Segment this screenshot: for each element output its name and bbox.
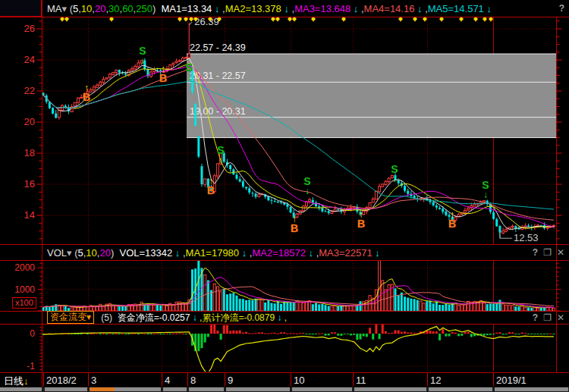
scrollbar-segment[interactable]: [45, 387, 87, 391]
price-tick-label: 26: [24, 23, 35, 34]
x-axis-month-label: 3: [91, 375, 96, 386]
scrollbar-segment[interactable]: [354, 387, 426, 391]
x-axis-month-label: 2019/1: [496, 375, 527, 386]
help-icon[interactable]: ?: [533, 248, 538, 257]
price-tick-label: 14: [24, 209, 35, 221]
scrollbar-segment[interactable]: [0, 387, 42, 391]
x-axis-month-label: 2018/2: [46, 375, 77, 386]
svg-text:B: B: [207, 184, 215, 196]
volume-tick-label: 1000: [14, 284, 35, 295]
help-icon[interactable]: ?: [533, 313, 538, 322]
scrollbar-segment[interactable]: [189, 387, 224, 391]
vol-values: (5,10,20) VOL=13342 ↓ ,MA1=17980 ↓ ,MA2=…: [72, 248, 380, 258]
chevron-down-icon: ↓: [24, 375, 29, 387]
volume-tick-label: 2000: [14, 262, 35, 273]
maximize-icon[interactable]: ❐: [543, 248, 552, 257]
ma-indicator-selector[interactable]: MA▾: [47, 4, 67, 14]
chart-canvas[interactable]: 22.57 - 24.3920.31 - 22.5719.00 - 20.312…: [0, 0, 569, 392]
horizontal-scrollbar[interactable]: [0, 387, 569, 392]
fundflow-tick-label: -1: [27, 361, 35, 372]
main-indicator-bar: MA▾ (5,10,20,30,60,250) MA1=13.34 ↓ ,MA2…: [0, 0, 569, 17]
fundflow-values: (5) 资金净流=-0.0257 ↓ ,累计净流=-0.0879 ↓ ,: [99, 313, 287, 322]
svg-text:↓: ↓: [187, 72, 191, 83]
price-tick-label: 24: [24, 54, 35, 65]
fundflow-indicator-bar: 资金流变▾ (5) 资金净流=-0.0257 ↓ ,累计净流=-0.0879 ↓…: [0, 310, 569, 325]
svg-text:↓: ↓: [483, 190, 488, 200]
x-axis-month-label: 9: [228, 375, 233, 386]
svg-text:B: B: [159, 72, 167, 84]
svg-text:↓: ↓: [218, 155, 223, 165]
band-label: 20.31 - 22.57: [190, 71, 246, 81]
high-price-label: 26.39: [194, 16, 219, 27]
svg-text:B: B: [448, 218, 456, 230]
help-icon[interactable]: ?: [559, 4, 564, 13]
fundflow-indicator-selector[interactable]: 资金流变▾: [47, 311, 94, 324]
corner-box: [0, 0, 42, 17]
close-icon[interactable]: ✕: [557, 248, 564, 257]
scrollbar-segment[interactable]: [292, 387, 352, 391]
scrollbar-segment[interactable]: [429, 387, 492, 391]
scrollbar-segment[interactable]: [226, 387, 290, 391]
volume-indicator-bar: VOL▾ (5,10,20) VOL=13342 ↓ ,MA1=17980 ↓ …: [0, 244, 569, 261]
scrollbar-highlight[interactable]: [90, 387, 115, 391]
band-label: 22.57 - 24.39: [190, 42, 246, 53]
x-axis-month-label: 8: [190, 375, 196, 386]
gap-bands: [187, 54, 557, 138]
close-icon[interactable]: ✕: [557, 313, 564, 322]
x-axis-month-label: 10: [294, 375, 304, 386]
x-axis-month-label: 4: [165, 375, 170, 386]
scrollbar-segment[interactable]: [495, 387, 568, 391]
stock-chart-window: 22.57 - 24.3920.31 - 22.5719.00 - 20.312…: [0, 0, 569, 392]
svg-text:↓: ↓: [140, 55, 145, 66]
svg-text:B: B: [83, 91, 90, 103]
price-tick-label: 16: [24, 178, 35, 190]
maximize-icon[interactable]: ❐: [543, 313, 552, 322]
price-tick-label: 22: [24, 85, 35, 96]
vol-indicator-selector[interactable]: VOL▾: [47, 248, 72, 258]
x-axis-month-label: 11: [356, 375, 366, 386]
x-axis-month-label: 12: [430, 375, 441, 386]
fundflow-tick-label: 0: [30, 328, 35, 339]
svg-text:↓: ↓: [392, 174, 397, 184]
svg-text:B: B: [291, 222, 298, 234]
ma-values: (5,10,20,30,60,250) MA1=13.34 ↓ ,MA2=13.…: [67, 4, 492, 14]
price-tick-label: 18: [24, 147, 35, 158]
volume-unit-label: x100: [12, 297, 36, 309]
svg-text:B: B: [357, 218, 365, 230]
scrollbar-segment[interactable]: [163, 387, 187, 391]
time-axis-row: 日线↓ 2018/234891011122019/1: [0, 373, 569, 387]
low-price-label: 12.53: [514, 232, 539, 243]
svg-text:↓: ↓: [305, 186, 310, 196]
price-tick-label: 20: [24, 116, 35, 127]
